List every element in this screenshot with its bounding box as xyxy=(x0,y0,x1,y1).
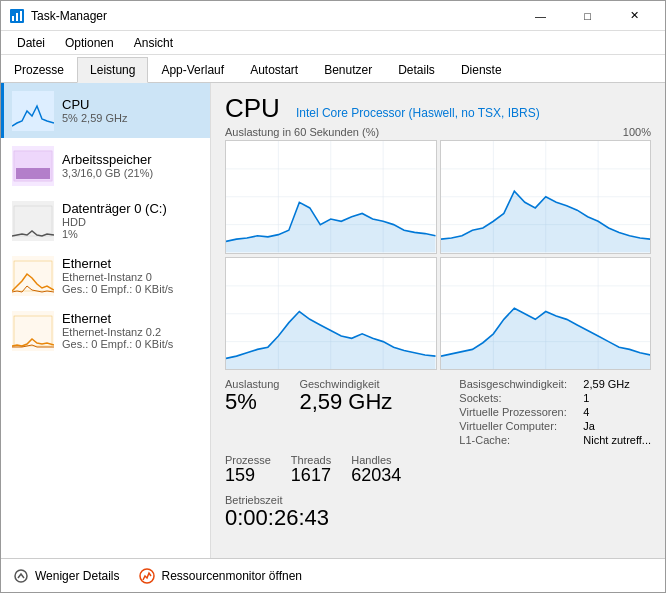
svg-rect-8 xyxy=(16,168,50,179)
chart-svg-3 xyxy=(226,258,436,370)
ressourcenmonitor-button[interactable]: Ressourcenmonitor öffnen xyxy=(139,568,302,584)
memory-title: Arbeitsspeicher xyxy=(62,152,202,167)
cpu-subtitle: 5% 2,59 GHz xyxy=(62,112,202,124)
sidebar-item-ethernet1[interactable]: Ethernet Ethernet-Instanz 0 Ges.: 0 Empf… xyxy=(1,248,210,303)
tab-leistung[interactable]: Leistung xyxy=(77,57,148,83)
chart-svg-4 xyxy=(441,258,651,370)
stat-threads: Threads 1617 xyxy=(291,454,331,486)
disk-info: Datenträger 0 (C:) HDD 1% xyxy=(62,201,202,240)
chart-cell-3 xyxy=(225,257,437,371)
menu-datei[interactable]: Datei xyxy=(9,34,53,52)
sockets-key: Sockets: xyxy=(459,392,579,404)
tab-app-verlauf[interactable]: App-Verlauf xyxy=(148,57,237,83)
geschwindigkeit-value: 2,59 GHz xyxy=(299,390,392,414)
vcomputer-val: Ja xyxy=(583,420,595,432)
minimize-button[interactable]: — xyxy=(518,2,563,30)
basis-key: Basisgeschwindigkeit: xyxy=(459,378,579,390)
chart-cell-2 xyxy=(440,140,652,254)
tab-benutzer[interactable]: Benutzer xyxy=(311,57,385,83)
info-col-right: Basisgeschwindigkeit: 2,59 GHz Sockets: … xyxy=(459,378,651,446)
tab-autostart[interactable]: Autostart xyxy=(237,57,311,83)
sidebar-item-memory[interactable]: Arbeitsspeicher 3,3/16,0 GB (21%) xyxy=(1,138,210,193)
chart-svg-1 xyxy=(226,141,436,253)
chart-svg-2 xyxy=(441,141,651,253)
sockets-val: 1 xyxy=(583,392,589,404)
l1cache-key: L1-Cache: xyxy=(459,434,579,446)
memory-subtitle: 3,3/16,0 GB (21%) xyxy=(62,167,202,179)
stat-auslastung: Auslastung 5% xyxy=(225,378,279,446)
stat-geschwindigkeit: Geschwindigkeit 2,59 GHz xyxy=(299,378,392,446)
sidebar-item-ethernet2[interactable]: Ethernet Ethernet-Instanz 0.2 Ges.: 0 Em… xyxy=(1,303,210,358)
ethernet1-mini-chart xyxy=(12,256,54,296)
info-row-vcomputer: Virtueller Computer: Ja xyxy=(459,420,651,432)
window: Task-Manager — □ ✕ Datei Optionen Ansich… xyxy=(0,0,666,593)
chart-cell-4 xyxy=(440,257,652,371)
vprozessoren-val: 4 xyxy=(583,406,589,418)
info-row-sockets: Sockets: 1 xyxy=(459,392,651,404)
maximize-button[interactable]: □ xyxy=(565,2,610,30)
bottom-bar: Weniger Details Ressourcenmonitor öffnen xyxy=(1,558,665,592)
tab-dienste[interactable]: Dienste xyxy=(448,57,515,83)
ethernet2-info: Ethernet Ethernet-Instanz 0.2 Ges.: 0 Em… xyxy=(62,311,202,350)
cpu-title: CPU xyxy=(62,97,202,112)
stat-prozesse: Prozesse 159 xyxy=(225,454,271,486)
ethernet1-subtitle2: Ges.: 0 Empf.: 0 KBit/s xyxy=(62,283,202,295)
weniger-details-label: Weniger Details xyxy=(35,569,119,583)
right-panel: CPU Intel Core Processor (Haswell, no TS… xyxy=(211,83,665,558)
chart-cell-1 xyxy=(225,140,437,254)
menu-optionen[interactable]: Optionen xyxy=(57,34,122,52)
tab-bar: Prozesse Leistung App-Verlauf Autostart … xyxy=(1,55,665,83)
svg-point-47 xyxy=(15,570,27,582)
menu-ansicht[interactable]: Ansicht xyxy=(126,34,181,52)
sidebar-item-disk[interactable]: Datenträger 0 (C:) HDD 1% xyxy=(1,193,210,248)
tab-details[interactable]: Details xyxy=(385,57,448,83)
stat-betriebszeit: Betriebszeit 0:00:26:43 xyxy=(225,494,651,530)
memory-info: Arbeitsspeicher 3,3/16,0 GB (21%) xyxy=(62,152,202,179)
cpu-mini-chart xyxy=(12,91,54,131)
close-button[interactable]: ✕ xyxy=(612,2,657,30)
tab-prozesse[interactable]: Prozesse xyxy=(1,57,77,83)
chevron-up-icon xyxy=(13,568,29,584)
stat-handles: Handles 62034 xyxy=(351,454,401,486)
main-content: CPU 5% 2,59 GHz Arbeitsspeicher 3,3/16,0… xyxy=(1,83,665,558)
disk-subtitle2: 1% xyxy=(62,228,202,240)
disk-subtitle1: HDD xyxy=(62,216,202,228)
betriebszeit-label: Betriebszeit xyxy=(225,494,651,506)
basis-val: 2,59 GHz xyxy=(583,378,629,390)
pth-row: Prozesse 159 Threads 1617 Handles 62034 xyxy=(225,454,651,486)
panel-subtitle: Intel Core Processor (Haswell, no TSX, I… xyxy=(296,106,540,120)
stats-row: Auslastung 5% Geschwindigkeit 2,59 GHz B… xyxy=(225,378,651,446)
weniger-details-button[interactable]: Weniger Details xyxy=(13,568,119,584)
sidebar: CPU 5% 2,59 GHz Arbeitsspeicher 3,3/16,0… xyxy=(1,83,211,558)
prozesse-value: 159 xyxy=(225,466,271,486)
threads-value: 1617 xyxy=(291,466,331,486)
disk-mini-chart xyxy=(12,201,54,241)
panel-header: CPU Intel Core Processor (Haswell, no TS… xyxy=(225,93,651,124)
handles-value: 62034 xyxy=(351,466,401,486)
ethernet2-title: Ethernet xyxy=(62,311,202,326)
title-controls: — □ ✕ xyxy=(518,2,657,30)
vprozessoren-key: Virtuelle Prozessoren: xyxy=(459,406,579,418)
info-row-l1cache: L1-Cache: Nicht zutreff... xyxy=(459,434,651,446)
ressourcenmonitor-label: Ressourcenmonitor öffnen xyxy=(161,569,302,583)
chart-label-text: Auslastung in 60 Sekunden (%) xyxy=(225,126,379,138)
ethernet1-subtitle1: Ethernet-Instanz 0 xyxy=(62,271,202,283)
svg-rect-2 xyxy=(16,13,18,21)
charts-grid xyxy=(225,140,651,370)
svg-rect-4 xyxy=(12,91,54,131)
ethernet2-subtitle1: Ethernet-Instanz 0.2 xyxy=(62,326,202,338)
auslastung-value: 5% xyxy=(225,390,279,414)
app-icon xyxy=(9,8,25,24)
sidebar-item-cpu[interactable]: CPU 5% 2,59 GHz xyxy=(1,83,210,138)
memory-mini-chart xyxy=(12,146,54,186)
svg-rect-1 xyxy=(12,16,14,21)
info-row-vprozessoren: Virtuelle Prozessoren: 4 xyxy=(459,406,651,418)
menu-bar: Datei Optionen Ansicht xyxy=(1,31,665,55)
ethernet2-subtitle2: Ges.: 0 Empf.: 0 KBit/s xyxy=(62,338,202,350)
ethernet2-mini-chart xyxy=(12,311,54,351)
ethernet1-title: Ethernet xyxy=(62,256,202,271)
svg-rect-3 xyxy=(20,11,22,21)
betriebszeit-value: 0:00:26:43 xyxy=(225,506,651,530)
chart-label-right: 100% xyxy=(623,126,651,138)
monitor-icon xyxy=(139,568,155,584)
